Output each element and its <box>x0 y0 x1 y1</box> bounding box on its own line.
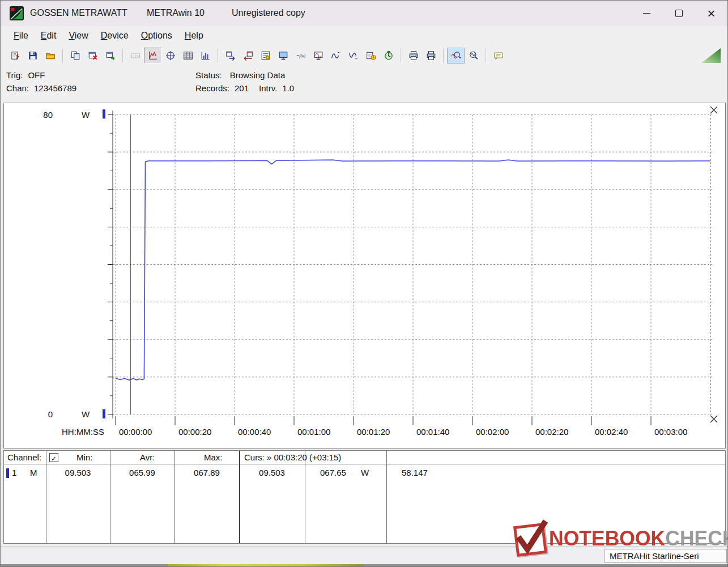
print-preview-button[interactable] <box>405 48 422 64</box>
transfer-schedule-icon <box>366 50 376 61</box>
live-monitor-button[interactable] <box>309 48 327 64</box>
close-window-button[interactable] <box>84 48 101 64</box>
taskbar-sliver <box>1 564 727 567</box>
menu-device[interactable]: Device <box>95 29 135 43</box>
svg-text:00:02:00: 00:02:00 <box>476 427 509 437</box>
channel-color-marker <box>6 468 9 478</box>
toolbar-separator <box>218 49 218 62</box>
svg-text:00:00:20: 00:00:20 <box>178 427 211 437</box>
svg-text:00:01:00: 00:01:00 <box>297 427 330 437</box>
menu-edit[interactable]: Edit <box>35 29 63 43</box>
channel-number: 1 <box>12 468 16 477</box>
export-window-button[interactable] <box>101 48 119 64</box>
table-header: Channel: ✓ Min: Avr: Max: Curs: » 00:03:… <box>4 451 725 464</box>
print-button[interactable] <box>422 48 440 64</box>
svg-text:00:01:20: 00:01:20 <box>357 427 390 437</box>
live-monitor-icon <box>313 50 323 61</box>
svg-text:00:01:40: 00:01:40 <box>416 427 449 437</box>
watermark-check: CHECK <box>665 527 728 550</box>
cursor-unit: W <box>361 468 369 477</box>
chart-axes <box>103 109 651 425</box>
signal-lower-button[interactable] <box>344 48 362 64</box>
chan-value: 123456789 <box>34 83 76 93</box>
yt-chart-view-button[interactable] <box>144 48 161 64</box>
maximize-button[interactable] <box>663 1 695 26</box>
menu-options[interactable]: Options <box>135 29 178 43</box>
menubar: File Edit View Device Options Help <box>1 26 727 45</box>
toolbar <box>1 45 727 65</box>
cursor-right-value: 067.65 <box>320 468 346 477</box>
column-divider <box>305 451 305 543</box>
pc-connection-button[interactable] <box>274 48 292 64</box>
signal-upper-button[interactable] <box>327 48 344 64</box>
watermark-notebook: NOTEBOOK <box>549 527 665 550</box>
menu-help[interactable]: Help <box>178 29 210 43</box>
maximize-icon <box>675 10 683 17</box>
records-label: Records: <box>195 83 229 93</box>
trig-value: OFF <box>28 70 45 80</box>
toolbar-separator <box>401 49 401 62</box>
cursor-delta-value: 58.147 <box>402 468 428 477</box>
histogram-view-button[interactable] <box>197 48 214 64</box>
svg-text:HH:MM:SS: HH:MM:SS <box>62 427 104 437</box>
numeric-display-icon <box>130 50 141 61</box>
yt-chart-view-icon <box>148 50 158 61</box>
trig-label: Trig: <box>6 70 23 80</box>
timer-icon <box>384 50 394 61</box>
menu-file[interactable]: File <box>7 29 35 43</box>
app-product-title: METRAwin 10 <box>147 8 205 18</box>
status-value: Browsing Data <box>230 70 286 80</box>
table-view-button[interactable] <box>179 48 197 64</box>
col-cursor-label: Curs: » 00:03:20 (+03:15) <box>244 452 341 462</box>
minimize-icon <box>643 13 650 14</box>
chart-gridlines <box>113 115 712 414</box>
receive-from-device-button[interactable] <box>239 48 257 64</box>
channel-visibility-checkbox[interactable]: ✓ <box>49 453 58 462</box>
menu-view[interactable]: View <box>62 29 94 43</box>
avr-value: 065.99 <box>110 468 174 477</box>
min-value: 09.503 <box>46 468 110 477</box>
load-data-button[interactable] <box>6 48 24 64</box>
copy-window-button[interactable] <box>66 48 84 64</box>
print-preview-icon <box>408 50 419 61</box>
svg-text:00:02:40: 00:02:40 <box>595 427 628 437</box>
signal-upper-icon <box>331 50 341 61</box>
minimize-button[interactable] <box>631 1 663 26</box>
numeric-display-button[interactable] <box>126 48 144 64</box>
toolbar-separator <box>62 49 63 62</box>
col-avr-label: Avr: <box>140 452 155 462</box>
interval-value: 1.0 <box>282 83 294 93</box>
zoom-signal-button[interactable] <box>447 48 465 64</box>
timer-button[interactable] <box>380 48 397 64</box>
save-data-icon <box>28 50 38 61</box>
transfer-schedule-button[interactable] <box>362 48 380 64</box>
annotation-button[interactable] <box>489 48 507 64</box>
save-data-button[interactable] <box>24 48 41 64</box>
titlebar: GOSSEN METRAWATT METRAwin 10 Unregistere… <box>1 1 727 26</box>
interval-label: Intrv. <box>259 83 277 93</box>
svg-text:00:03:00: 00:03:00 <box>654 427 687 437</box>
close-button[interactable]: × <box>695 1 727 26</box>
zoom-tool-button[interactable] <box>465 48 482 64</box>
svg-text:W: W <box>82 110 90 120</box>
xy-chart-view-button[interactable] <box>161 48 179 64</box>
copy-window-icon <box>70 50 80 61</box>
open-file-button[interactable] <box>41 48 59 64</box>
channel-mode: M <box>30 468 37 477</box>
toolbar-buttons <box>6 48 507 64</box>
notebookcheck-watermark: NOTEBOOKCHECK <box>509 519 720 557</box>
right-cursor-handle-bottom[interactable] <box>710 416 717 422</box>
svg-text:00:02:20: 00:02:20 <box>535 427 568 437</box>
right-cursor-handle-top[interactable] <box>710 107 717 113</box>
formula-button[interactable] <box>292 48 309 64</box>
send-to-device-button[interactable] <box>222 48 239 64</box>
status-label: Status: <box>195 70 222 80</box>
watermark-text: NOTEBOOKCHECK <box>549 527 728 551</box>
receive-from-device-icon <box>243 50 253 61</box>
col-channel-label: Channel: <box>7 452 41 462</box>
export-window-icon <box>105 50 116 61</box>
device-settings-button[interactable] <box>257 48 274 64</box>
resize-grip-icon <box>700 47 722 64</box>
power-chart[interactable]: 00:00:0000:00:2000:00:4000:01:0000:01:20… <box>4 103 725 448</box>
bottom-scale-marker <box>103 409 105 418</box>
